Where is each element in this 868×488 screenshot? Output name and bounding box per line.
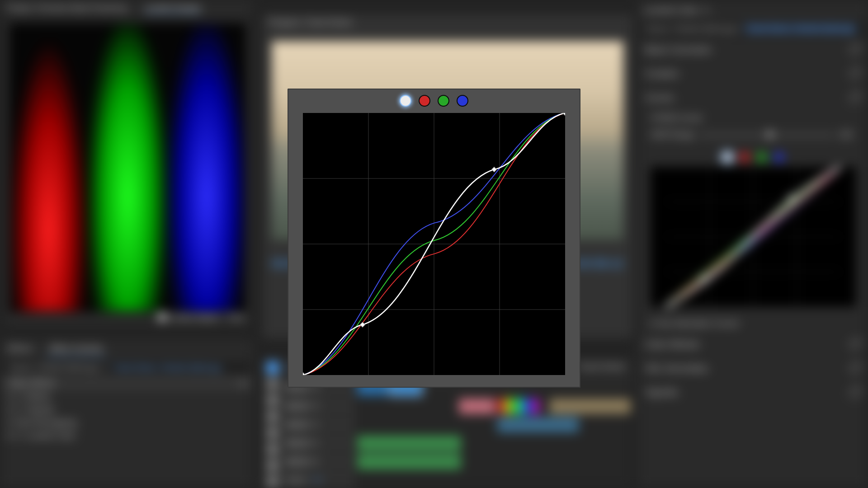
timeline-seq-name: Travel Series [578, 362, 625, 371]
top-left-tabs: Project: Premiere Beat Practicing Lumetr… [0, 0, 253, 16]
project-tab[interactable]: Project: Premiere Beat Practicing [7, 3, 127, 13]
clip-bars[interactable] [497, 399, 547, 414]
hand-tool-icon[interactable] [267, 460, 278, 471]
type-tool-icon[interactable] [267, 476, 278, 488]
section-color-wheels[interactable]: Color Wheels [638, 332, 868, 356]
lumetri-scopes-tab[interactable]: Lumetri Scopes [145, 3, 201, 13]
hdr-range-label: HDR Range [651, 130, 694, 140]
tab-effects[interactable]: Effects [4, 341, 36, 357]
channel-blue-button[interactable] [457, 95, 468, 107]
scope-blue-channel [167, 23, 246, 312]
fx-row-lumetri-color[interactable]: Lumetri Color [0, 429, 253, 442]
lumetri-title: Lumetri Color [644, 5, 698, 15]
reset-icon[interactable] [849, 68, 860, 79]
svg-point-6 [701, 276, 707, 282]
hue-sat-curves-toggle[interactable]: ▸ Hue Saturation Curves [638, 315, 868, 332]
clip[interactable] [459, 399, 495, 414]
effect-controls-tabs: Effects Effect Controls [0, 339, 253, 359]
effect-controls-panel: Effects Effect Controls Source • Kindred… [0, 339, 253, 488]
clamp-signal-checkbox[interactable] [158, 313, 166, 321]
fx-toggle-icon[interactable] [15, 392, 23, 400]
reset-icon[interactable] [849, 92, 860, 103]
rgb-parade-scope [9, 23, 246, 312]
program-title: Program: Travel Series [263, 14, 632, 31]
track-select-tool-icon[interactable] [267, 378, 278, 390]
curve-svg[interactable] [303, 113, 565, 375]
channel-green-button[interactable] [756, 151, 768, 163]
channel-luma-button[interactable] [400, 95, 411, 107]
timeline-toolbar [263, 357, 283, 488]
reset-icon[interactable] [849, 44, 860, 55]
fx-toggle-icon[interactable] [15, 405, 23, 413]
track-v1: MS V1 [283, 415, 632, 434]
video-effects-header: Video Effects▸ [0, 376, 253, 390]
curve-channel-picker [288, 95, 580, 107]
channel-luma-button[interactable] [722, 151, 733, 163]
ec-crumb-source[interactable]: Source • Kindred Spirits.jpg [9, 364, 98, 371]
section-curves[interactable]: Curves [638, 85, 868, 109]
track-a1: MS A1 [283, 434, 632, 452]
clip[interactable] [497, 417, 579, 432]
section-hsl-secondary[interactable]: HSL Secondary [638, 356, 868, 380]
lumetri-color-panel: Lumetri Color ≡ Source • Kindred Spirits… [637, 0, 868, 488]
track-v2: MS V2 [283, 397, 632, 415]
fx-row-motion[interactable]: Motion [0, 390, 253, 403]
channel-blue-button[interactable] [773, 151, 785, 163]
audio-clip[interactable] [357, 454, 461, 469]
effect-controls-crumb: Source • Kindred Spirits.jpg ▸ Travel Se… [4, 361, 249, 375]
channel-green-button[interactable] [438, 95, 449, 107]
slip-tool-icon[interactable] [267, 427, 278, 439]
track-master: Master 0.0 [283, 471, 632, 488]
mini-channel-picker [651, 148, 856, 167]
selection-tool-icon[interactable] [267, 362, 278, 374]
section-creative[interactable]: Creative [638, 61, 868, 85]
scope-green-channel [88, 23, 167, 312]
scope-footer: Clamp Signal 8 bit [5, 313, 250, 322]
tab-effect-controls[interactable]: Effect Controls [46, 341, 107, 357]
svg-rect-16 [491, 167, 496, 172]
svg-rect-14 [303, 372, 306, 375]
reset-icon[interactable] [849, 363, 860, 374]
channel-red-button[interactable] [739, 151, 750, 163]
clip[interactable] [549, 399, 631, 414]
scope-red-channel [9, 38, 88, 312]
lc-crumb-seq[interactable]: Travel Series • Kindred Spirits.jpg [744, 24, 857, 33]
channel-red-button[interactable] [419, 95, 430, 107]
razor-tool-icon[interactable] [267, 411, 278, 422]
section-basic-correction[interactable]: Basic Correction [638, 38, 868, 61]
timeline-tracks[interactable]: MS V3 MS V2 MS V1 MS A1 MS A2 [283, 378, 632, 488]
reset-icon[interactable] [849, 387, 860, 398]
scopes-panel: Clamp Signal 8 bit [5, 18, 251, 325]
rgb-curves-editor [288, 89, 580, 388]
fx-row-time-remapping[interactable]: Time Remapping [0, 416, 253, 429]
lc-crumb-source[interactable]: Source • Kindred Spirits.jpg [646, 25, 734, 33]
svg-point-7 [789, 196, 794, 201]
fx-toggle-icon[interactable] [15, 431, 23, 439]
rgb-curves-mini[interactable] [651, 148, 856, 310]
curve-canvas[interactable] [303, 113, 565, 375]
hdr-range-value[interactable]: 100 [839, 130, 853, 140]
track-a2: MS A2 [283, 452, 632, 471]
hdr-range-row: HDR Range 100 [638, 127, 868, 143]
scope-bitdepth: 8 bit [228, 313, 243, 322]
pen-tool-icon[interactable] [267, 443, 278, 455]
mini-curve-svg[interactable] [651, 167, 856, 307]
audio-clip[interactable] [357, 436, 461, 451]
hdr-range-slider[interactable] [699, 134, 835, 136]
rgb-curves-toggle[interactable]: ▾ RGB Curves [638, 109, 868, 127]
section-vignette[interactable]: Vignette [638, 380, 868, 404]
ec-crumb-seq[interactable]: Travel Series • Kindred Spirits.jpg [113, 364, 221, 371]
lumetri-crumb: Source • Kindred Spirits.jpg ▾ Travel Se… [642, 22, 864, 36]
reset-icon[interactable] [849, 339, 860, 350]
ripple-tool-icon[interactable] [267, 394, 278, 406]
svg-rect-15 [360, 322, 365, 327]
clamp-signal-label: Clamp Signal [170, 313, 219, 322]
svg-rect-17 [562, 113, 565, 116]
fx-row-opacity[interactable]: Opacity [0, 403, 253, 416]
